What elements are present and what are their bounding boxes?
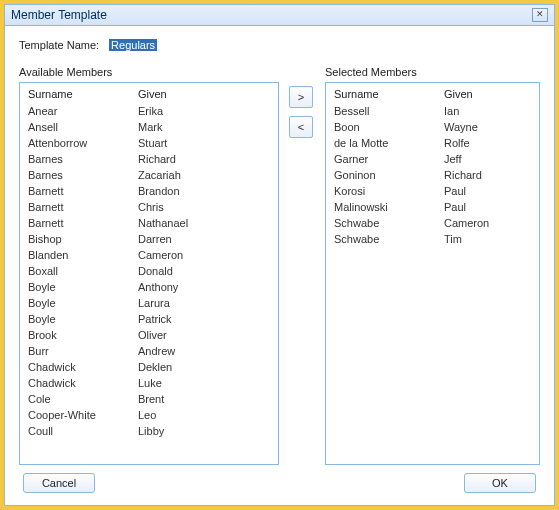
- available-panel: Available Members Surname Given AnearEri…: [19, 66, 279, 465]
- list-item[interactable]: BoyleLarura: [20, 295, 278, 311]
- list-item[interactable]: BarnesRichard: [20, 151, 278, 167]
- list-item[interactable]: AttenborrowStuart: [20, 135, 278, 151]
- cell-surname: Garner: [334, 153, 444, 165]
- available-header: Surname Given: [20, 83, 278, 103]
- cell-surname: Schwabe: [334, 217, 444, 229]
- cell-surname: Coull: [28, 425, 138, 437]
- template-name-row: Template Name: Regulars: [19, 38, 540, 52]
- cell-surname: Ansell: [28, 121, 138, 133]
- list-item[interactable]: GarnerJeff: [326, 151, 539, 167]
- cell-given: Tim: [444, 233, 531, 245]
- footer: Cancel OK: [19, 465, 540, 497]
- selected-col-given[interactable]: Given: [444, 88, 531, 100]
- cell-surname: Boyle: [28, 297, 138, 309]
- move-left-button[interactable]: <: [289, 116, 313, 138]
- cell-given: Libby: [138, 425, 270, 437]
- cell-given: Richard: [444, 169, 531, 181]
- cell-surname: Anear: [28, 105, 138, 117]
- list-item[interactable]: BrookOliver: [20, 327, 278, 343]
- cell-given: Zacariah: [138, 169, 270, 181]
- template-name-label: Template Name:: [19, 39, 99, 51]
- cell-given: Jeff: [444, 153, 531, 165]
- list-item[interactable]: BarnettChris: [20, 199, 278, 215]
- available-col-surname[interactable]: Surname: [28, 88, 138, 100]
- cell-surname: Chadwick: [28, 377, 138, 389]
- list-item[interactable]: BoylePatrick: [20, 311, 278, 327]
- list-item[interactable]: AnearErika: [20, 103, 278, 119]
- cell-given: Leo: [138, 409, 270, 421]
- close-icon: ✕: [536, 9, 544, 19]
- available-label: Available Members: [19, 66, 279, 78]
- cell-given: Nathanael: [138, 217, 270, 229]
- cell-given: Rolfe: [444, 137, 531, 149]
- list-item[interactable]: BoxallDonald: [20, 263, 278, 279]
- selected-col-surname[interactable]: Surname: [334, 88, 444, 100]
- cell-surname: Boon: [334, 121, 444, 133]
- cell-surname: Barnes: [28, 153, 138, 165]
- cell-surname: Boyle: [28, 281, 138, 293]
- cell-surname: Schwabe: [334, 233, 444, 245]
- list-item[interactable]: CoullLibby: [20, 423, 278, 439]
- cell-surname: Goninon: [334, 169, 444, 181]
- list-item[interactable]: GoninonRichard: [326, 167, 539, 183]
- cell-given: Donald: [138, 265, 270, 277]
- template-name-input-wrap[interactable]: Regulars: [107, 38, 237, 52]
- cell-surname: Malinowski: [334, 201, 444, 213]
- list-item[interactable]: de la MotteRolfe: [326, 135, 539, 151]
- available-col-given[interactable]: Given: [138, 88, 270, 100]
- cell-surname: Chadwick: [28, 361, 138, 373]
- list-item[interactable]: ChadwickLuke: [20, 375, 278, 391]
- cell-surname: Burr: [28, 345, 138, 357]
- list-item[interactable]: BurrAndrew: [20, 343, 278, 359]
- cell-surname: Blanden: [28, 249, 138, 261]
- list-item[interactable]: ChadwickDeklen: [20, 359, 278, 375]
- cell-given: Patrick: [138, 313, 270, 325]
- list-item[interactable]: BlandenCameron: [20, 247, 278, 263]
- titlebar: Member Template ✕: [5, 5, 554, 26]
- list-item[interactable]: SchwabeCameron: [326, 215, 539, 231]
- cell-given: Anthony: [138, 281, 270, 293]
- cell-surname: Barnett: [28, 217, 138, 229]
- list-item[interactable]: KorosiPaul: [326, 183, 539, 199]
- ok-button[interactable]: OK: [464, 473, 536, 493]
- list-item[interactable]: BoonWayne: [326, 119, 539, 135]
- list-item[interactable]: BarnesZacariah: [20, 167, 278, 183]
- cell-surname: Brook: [28, 329, 138, 341]
- list-item[interactable]: AnsellMark: [20, 119, 278, 135]
- cell-given: Cameron: [444, 217, 531, 229]
- cell-given: Mark: [138, 121, 270, 133]
- template-name-input[interactable]: [107, 38, 237, 52]
- cell-given: Stuart: [138, 137, 270, 149]
- cell-given: Wayne: [444, 121, 531, 133]
- close-button[interactable]: ✕: [532, 8, 548, 22]
- move-right-button[interactable]: >: [289, 86, 313, 108]
- cell-given: Chris: [138, 201, 270, 213]
- columns-container: Available Members Surname Given AnearEri…: [19, 66, 540, 465]
- available-listbox[interactable]: Surname Given AnearErikaAnsellMarkAttenb…: [19, 82, 279, 465]
- list-item[interactable]: BessellIan: [326, 103, 539, 119]
- selected-panel: Selected Members Surname Given BessellIa…: [325, 66, 540, 465]
- list-item[interactable]: MalinowskiPaul: [326, 199, 539, 215]
- selected-label: Selected Members: [325, 66, 540, 78]
- list-item[interactable]: BarnettBrandon: [20, 183, 278, 199]
- cell-surname: de la Motte: [334, 137, 444, 149]
- cell-given: Paul: [444, 201, 531, 213]
- cell-given: Larura: [138, 297, 270, 309]
- list-item[interactable]: SchwabeTim: [326, 231, 539, 247]
- cell-surname: Boxall: [28, 265, 138, 277]
- cell-given: Cameron: [138, 249, 270, 261]
- list-item[interactable]: Cooper-WhiteLeo: [20, 407, 278, 423]
- cell-surname: Cole: [28, 393, 138, 405]
- list-item[interactable]: BarnettNathanael: [20, 215, 278, 231]
- content-area: Template Name: Regulars Available Member…: [5, 26, 554, 505]
- list-item[interactable]: ColeBrent: [20, 391, 278, 407]
- cancel-button[interactable]: Cancel: [23, 473, 95, 493]
- list-item[interactable]: BishopDarren: [20, 231, 278, 247]
- cell-surname: Boyle: [28, 313, 138, 325]
- selected-listbox[interactable]: Surname Given BessellIanBoonWaynede la M…: [325, 82, 540, 465]
- selected-rows: BessellIanBoonWaynede la MotteRolfeGarne…: [326, 103, 539, 247]
- cell-given: Andrew: [138, 345, 270, 357]
- cell-given: Ian: [444, 105, 531, 117]
- list-item[interactable]: BoyleAnthony: [20, 279, 278, 295]
- cell-surname: Barnes: [28, 169, 138, 181]
